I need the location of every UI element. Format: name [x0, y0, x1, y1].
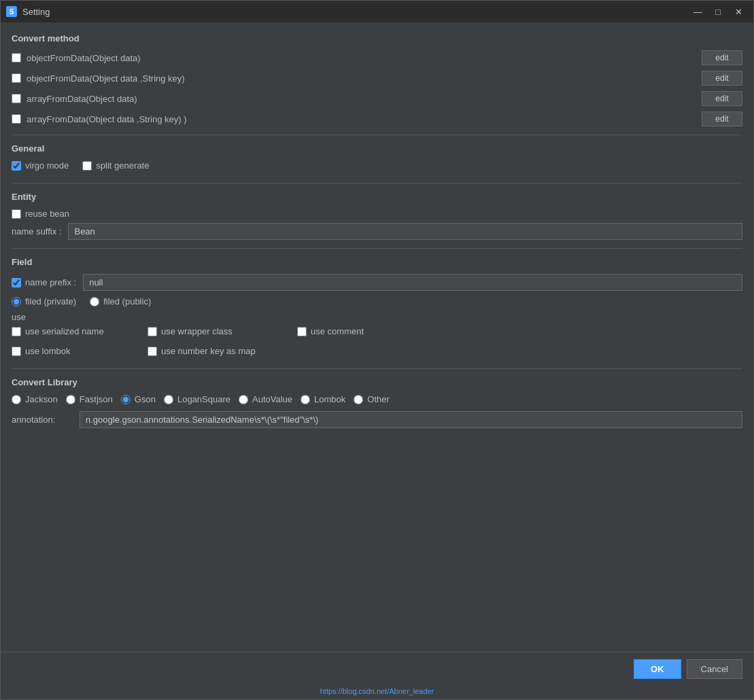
method-checkbox-2[interactable] [12, 94, 21, 103]
titlebar: S Setting — □ ✕ [1, 1, 753, 22]
method-label-0: objectFromData(Object data) [12, 53, 702, 63]
annotation-row: annotation: [12, 411, 742, 428]
ok-button[interactable]: OK [634, 659, 681, 679]
name-prefix-row: name prefix : [12, 274, 742, 291]
general-section: General virgo mode split generate [12, 143, 742, 175]
lib-jackson-radio[interactable] [12, 395, 21, 404]
method-text-0: objectFromData(Object data) [27, 53, 141, 63]
annotation-input[interactable] [80, 411, 742, 428]
lib-fastjson-option: Fastjson [66, 394, 113, 404]
edit-button-3[interactable]: edit [702, 111, 742, 126]
name-suffix-row: name suffix : [12, 223, 742, 240]
reuse-bean-checkbox[interactable] [12, 209, 21, 219]
use-comment-row: use comment [297, 326, 433, 336]
lib-fastjson-radio[interactable] [66, 395, 75, 404]
filed-public-option: filed (public) [90, 296, 151, 307]
divider-4 [12, 368, 742, 369]
name-prefix-checkbox[interactable] [12, 278, 21, 287]
reuse-bean-row: reuse bean [12, 209, 742, 219]
convert-library-section: Convert Library Jackson Fastjson Gson Lo… [12, 377, 742, 428]
filed-private-option: filed (private) [12, 296, 76, 307]
lib-other-option: Other [354, 394, 390, 404]
maximize-button[interactable]: □ [708, 5, 727, 18]
library-radios-group: Jackson Fastjson Gson LoganSquare AutoVa… [12, 394, 742, 404]
convert-method-section: Convert method objectFromData(Object dat… [12, 33, 742, 126]
titlebar-controls: — □ ✕ [688, 5, 748, 18]
use-number-key-checkbox[interactable] [148, 347, 157, 356]
name-prefix-label: name prefix : [25, 277, 76, 287]
method-row-2: arrayFromData(Object data) edit [12, 91, 742, 106]
method-checkbox-1[interactable] [12, 73, 21, 83]
edit-button-1[interactable]: edit [702, 71, 742, 86]
filed-public-radio[interactable] [90, 297, 99, 307]
split-generate-checkbox[interactable] [82, 161, 92, 171]
general-title: General [12, 143, 742, 154]
field-title: Field [12, 257, 742, 267]
use-lombok-checkbox[interactable] [12, 347, 21, 356]
use-options-grid: use serialized name use wrapper class us… [12, 326, 742, 360]
lib-fastjson-label: Fastjson [80, 394, 113, 404]
filed-private-radio[interactable] [12, 297, 21, 307]
use-serialized-name-checkbox[interactable] [12, 327, 21, 336]
use-lombok-label: use lombok [25, 346, 70, 356]
use-lombok-row: use lombok [12, 346, 148, 356]
lib-logansquare-option: LoganSquare [164, 394, 230, 404]
name-prefix-input[interactable] [83, 274, 742, 291]
main-window: S Setting — □ ✕ Convert method objectFro… [0, 0, 754, 700]
edit-button-0[interactable]: edit [702, 50, 742, 65]
lib-logansquare-label: LoganSquare [177, 394, 230, 404]
lib-other-radio[interactable] [354, 395, 363, 404]
lib-gson-radio[interactable] [121, 395, 131, 404]
use-serialized-name-row: use serialized name [12, 326, 148, 336]
app-icon: S [6, 6, 17, 17]
method-text-2: arrayFromData(Object data) [27, 94, 137, 104]
method-label-1: objectFromData(Object data ,String key) [12, 73, 702, 84]
filed-private-label: filed (private) [25, 296, 76, 307]
reuse-bean-label: reuse bean [25, 209, 69, 219]
use-wrapper-class-label: use wrapper class [161, 326, 233, 336]
edit-button-2[interactable]: edit [702, 91, 742, 106]
use-label: use [12, 312, 742, 322]
field-visibility-group: filed (private) filed (public) [12, 296, 742, 307]
name-suffix-label: name suffix : [12, 226, 61, 237]
cancel-button[interactable]: Cancel [687, 659, 742, 679]
virgo-mode-row: virgo mode [12, 160, 69, 171]
method-checkbox-3[interactable] [12, 114, 21, 124]
virgo-mode-label: virgo mode [25, 160, 69, 171]
filed-public-label: filed (public) [103, 296, 151, 307]
field-section: Field name prefix : filed (private) file… [12, 257, 742, 360]
lib-lombok-option: Lombok [301, 394, 345, 404]
method-text-3: arrayFromData(Object data ,String key) ) [27, 114, 187, 124]
use-comment-checkbox[interactable] [297, 327, 307, 336]
footer: OK Cancel [1, 652, 753, 686]
virgo-mode-checkbox[interactable] [12, 161, 21, 171]
divider-1 [12, 135, 742, 135]
lib-other-label: Other [367, 394, 390, 404]
split-generate-label: split generate [96, 160, 149, 171]
lib-lombok-label: Lombok [314, 394, 345, 404]
url-note: https://blog.csdn.net/Abner_leader [1, 686, 753, 699]
close-button[interactable]: ✕ [729, 5, 748, 18]
use-wrapper-class-row: use wrapper class [148, 326, 297, 336]
method-text-1: objectFromData(Object data ,String key) [27, 73, 185, 84]
entity-title: Entity [12, 192, 742, 202]
method-checkbox-0[interactable] [12, 53, 21, 63]
lib-jackson-option: Jackson [12, 394, 58, 404]
lib-autovalue-label: AutoValue [252, 394, 292, 404]
window-title: Setting [22, 7, 688, 17]
entity-section: Entity reuse bean name suffix : [12, 192, 742, 240]
lib-jackson-label: Jackson [25, 394, 58, 404]
settings-content: Convert method objectFromData(Object dat… [1, 22, 753, 652]
name-suffix-input[interactable] [68, 223, 742, 240]
use-number-key-row: use number key as map [148, 346, 297, 356]
lib-autovalue-radio[interactable] [239, 395, 248, 404]
divider-3 [12, 248, 742, 249]
use-serialized-name-label: use serialized name [25, 326, 104, 336]
minimize-button[interactable]: — [688, 5, 707, 18]
lib-lombok-radio[interactable] [301, 395, 310, 404]
use-comment-label: use comment [311, 326, 364, 336]
divider-2 [12, 183, 742, 183]
lib-logansquare-radio[interactable] [164, 395, 173, 404]
general-options: virgo mode split generate [12, 160, 742, 175]
use-wrapper-class-checkbox[interactable] [148, 327, 157, 336]
